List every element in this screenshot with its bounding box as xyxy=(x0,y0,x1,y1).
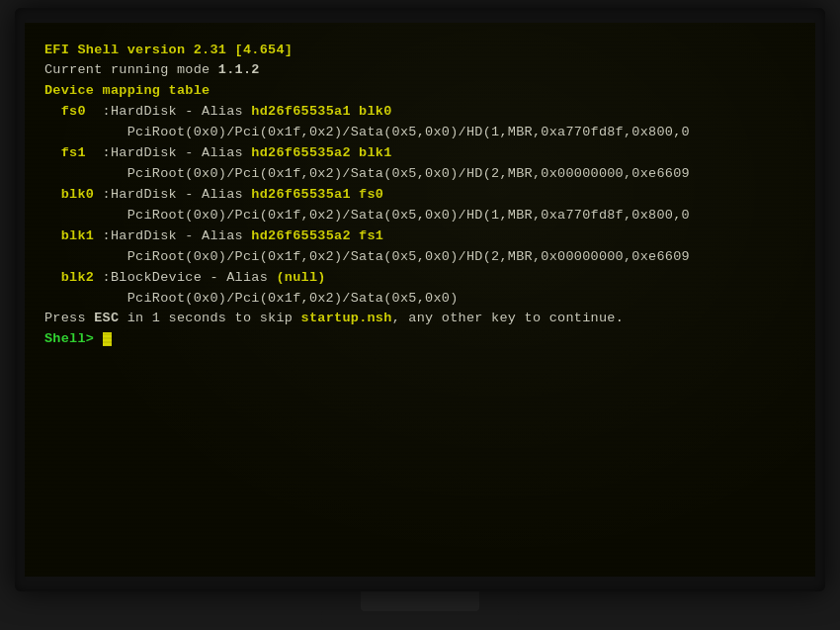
terminal-text: :HardDisk - Alias xyxy=(86,104,251,119)
terminal-line: fs1 :HardDisk - Alias hd26f65535a2 blk1 xyxy=(44,143,796,164)
terminal-text: Device mapping table xyxy=(44,83,210,98)
terminal-line: PciRoot(0x0)/Pci(0x1f,0x2)/Sata(0x5,0x0)… xyxy=(44,123,796,143)
terminal-text: PciRoot(0x0)/Pci(0x1f,0x2)/Sata(0x5,0x0)… xyxy=(44,125,690,139)
terminal-text: hd26f65535a2 fs1 xyxy=(251,228,383,243)
terminal-text: :HardDisk - Alias xyxy=(94,187,251,202)
terminal-text: blk0 xyxy=(44,187,94,202)
terminal-text: hd26f65535a2 blk1 xyxy=(251,145,391,160)
terminal-line: Shell> xyxy=(44,329,796,350)
terminal-text: PciRoot(0x0)/Pci(0x1f,0x2)/Sata(0x5,0x0)… xyxy=(44,249,690,264)
terminal-text: PciRoot(0x0)/Pci(0x1f,0x2)/Sata(0x5,0x0)… xyxy=(44,208,690,223)
terminal-text: EFI Shell version 2.31 [4.654] xyxy=(44,43,293,57)
terminal-text: :BlockDevice - Alias xyxy=(94,270,276,285)
terminal-text: fs0 xyxy=(44,104,86,119)
screen: EFI Shell version 2.31 [4.654]Current ru… xyxy=(25,23,815,577)
terminal-text: Press xyxy=(44,311,94,325)
terminal-text: blk1 xyxy=(44,228,94,243)
terminal-line: PciRoot(0x0)/Pci(0x1f,0x2)/Sata(0x5,0x0)… xyxy=(44,247,796,268)
terminal-text: Shell> xyxy=(44,331,103,346)
terminal-line: blk2 :BlockDevice - Alias (null) xyxy=(44,268,796,289)
terminal-text: PciRoot(0x0)/Pci(0x1f,0x2)/Sata(0x5,0x0)… xyxy=(44,166,690,181)
terminal-text: , any other key to continue. xyxy=(392,311,624,325)
terminal-line: EFI Shell version 2.31 [4.654] xyxy=(44,41,796,61)
terminal-cursor xyxy=(103,332,112,346)
terminal-text: ESC xyxy=(94,311,119,325)
terminal-line: blk1 :HardDisk - Alias hd26f65535a2 fs1 xyxy=(44,226,796,247)
terminal-text: (null) xyxy=(276,270,325,285)
terminal-line: Current running mode 1.1.2 xyxy=(44,60,796,81)
terminal-text: :HardDisk - Alias xyxy=(86,145,251,160)
terminal-line: Press ESC in 1 seconds to skip startup.n… xyxy=(44,309,796,329)
monitor-bezel: EFI Shell version 2.31 [4.654]Current ru… xyxy=(15,8,825,591)
terminal-text: in 1 seconds to skip xyxy=(119,311,300,325)
terminal-line: blk0 :HardDisk - Alias hd26f65535a1 fs0 xyxy=(44,185,796,206)
terminal-text: hd26f65535a1 blk0 xyxy=(251,104,391,119)
terminal-line: PciRoot(0x0)/Pci(0x1f,0x2)/Sata(0x5,0x0)… xyxy=(44,164,796,185)
terminal-text: :HardDisk - Alias xyxy=(94,228,251,243)
terminal-line: fs0 :HardDisk - Alias hd26f65535a1 blk0 xyxy=(44,102,796,123)
terminal-text: hd26f65535a1 fs0 xyxy=(251,187,383,202)
terminal: EFI Shell version 2.31 [4.654]Current ru… xyxy=(44,41,796,351)
terminal-text: blk2 xyxy=(44,270,94,285)
terminal-line: PciRoot(0x0)/Pci(0x1f,0x2)/Sata(0x5,0x0) xyxy=(44,289,796,310)
terminal-text: 1.1.2 xyxy=(218,62,260,77)
terminal-line: Device mapping table xyxy=(44,81,796,102)
terminal-text: fs1 xyxy=(44,145,86,160)
terminal-line: PciRoot(0x0)/Pci(0x1f,0x2)/Sata(0x5,0x0)… xyxy=(44,206,796,226)
terminal-text: PciRoot(0x0)/Pci(0x1f,0x2)/Sata(0x5,0x0) xyxy=(44,291,459,306)
terminal-text: startup.nsh xyxy=(301,311,392,325)
terminal-text: Current running mode xyxy=(44,62,218,77)
